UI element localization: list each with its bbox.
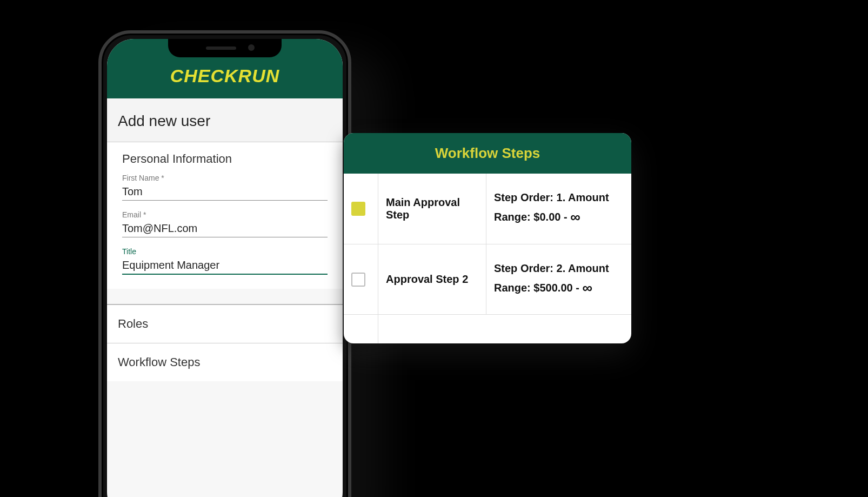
- title-input[interactable]: [122, 256, 328, 275]
- phone-notch: [168, 39, 282, 57]
- brand-logo: CHECKRUN: [170, 65, 280, 87]
- first-name-field-wrap: First Name *: [122, 174, 328, 201]
- collapsible-sections: Roles Workflow Steps: [107, 304, 343, 381]
- first-name-input[interactable]: [122, 182, 328, 201]
- workflow-card-body: Main Approval Step Step Order: 1. Amount…: [344, 174, 631, 314]
- phone-screen: CHECKRUN Add new user Personal Informati…: [107, 39, 343, 497]
- workflow-steps-row[interactable]: Workflow Steps: [107, 343, 343, 381]
- first-name-label: First Name *: [122, 174, 328, 182]
- personal-info-section: Personal Information First Name * Email …: [107, 142, 343, 289]
- workflow-card-footer: [344, 314, 631, 343]
- workflow-step-name: Approval Step 2: [386, 273, 468, 286]
- workflow-step-meta-cell: Step Order: 2. Amount Range: $500.00 - ∞: [486, 244, 631, 314]
- title-field-wrap: Title: [122, 247, 328, 275]
- workflow-step-name-cell: Main Approval Step: [378, 174, 486, 244]
- email-label: Email *: [122, 210, 328, 219]
- workflow-card-title: Workflow Steps: [344, 133, 631, 174]
- workflow-step-name: Main Approval Step: [386, 196, 478, 221]
- infinity-icon: ∞: [570, 209, 580, 225]
- workflow-step-row: Approval Step 2 Step Order: 2. Amount Ra…: [344, 244, 631, 314]
- workflow-step-meta: Step Order: 1. Amount Range: $0.00 - ∞: [494, 189, 624, 228]
- email-input[interactable]: [122, 219, 328, 237]
- workflow-step-row: Main Approval Step Step Order: 1. Amount…: [344, 174, 631, 244]
- roles-row[interactable]: Roles: [107, 305, 343, 343]
- workflow-step-checkbox[interactable]: [351, 273, 365, 287]
- workflow-step-checkbox-cell: [344, 174, 378, 244]
- page-title: Add new user: [107, 98, 343, 142]
- title-label: Title: [122, 247, 328, 256]
- workflow-step-meta: Step Order: 2. Amount Range: $500.00 - ∞: [494, 260, 624, 299]
- workflow-step-checkbox[interactable]: [351, 202, 365, 216]
- personal-info-heading: Personal Information: [122, 152, 328, 166]
- workflow-step-name-cell: Approval Step 2: [378, 244, 486, 314]
- workflow-steps-card: Workflow Steps Main Approval Step Step O…: [344, 133, 631, 343]
- workflow-step-checkbox-cell: [344, 244, 378, 314]
- phone-frame: CHECKRUN Add new user Personal Informati…: [98, 30, 351, 497]
- email-field-wrap: Email *: [122, 210, 328, 237]
- workflow-step-meta-cell: Step Order: 1. Amount Range: $0.00 - ∞: [486, 174, 631, 244]
- infinity-icon: ∞: [582, 280, 592, 296]
